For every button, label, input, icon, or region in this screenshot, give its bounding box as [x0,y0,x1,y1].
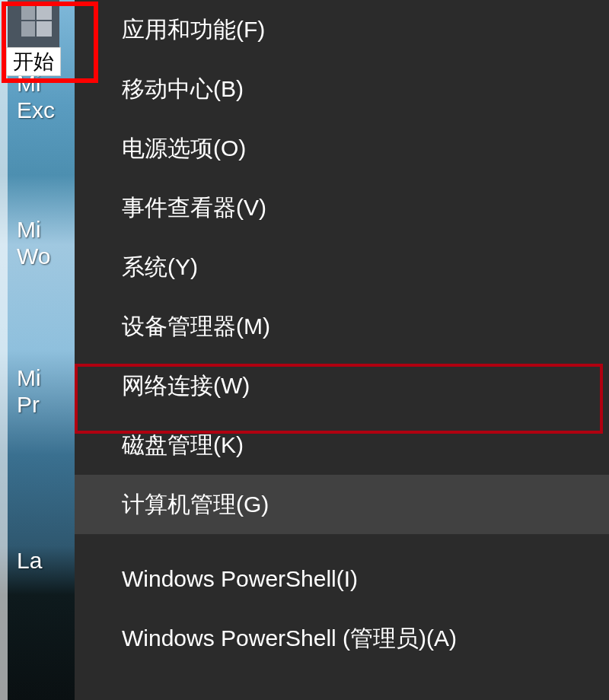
menu-item-label: 系统(Y) [122,252,198,283]
desktop-edge [0,0,8,700]
menu-item-label: 电源选项(O) [122,133,246,164]
winx-context-menu: 应用和功能(F) 移动中心(B) 电源选项(O) 事件查看器(V) 系统(Y) … [75,0,609,700]
menu-item-label: 计算机管理(G) [122,489,269,520]
menu-item-power-options[interactable]: 电源选项(O) [75,119,609,178]
annotation-highlight-start [2,2,98,83]
desktop-background: Mi Exc Mi Wo Mi Pr La [0,0,75,700]
menu-item-device-manager[interactable]: 设备管理器(M) [75,297,609,356]
menu-item-mobility-center[interactable]: 移动中心(B) [75,59,609,119]
menu-item-event-viewer[interactable]: 事件查看器(V) [75,178,609,237]
menu-item-disk-management[interactable]: 磁盘管理(K) [75,415,609,475]
menu-item-system[interactable]: 系统(Y) [75,237,609,297]
menu-item-label: 磁盘管理(K) [122,430,244,461]
menu-item-label: 网络连接(W) [122,371,250,402]
menu-item-label: Windows PowerShell(I) [122,566,358,592]
menu-separator [75,534,609,549]
menu-item-computer-management[interactable]: 计算机管理(G) [75,475,609,534]
desktop-icon-label-other: La [17,548,42,574]
desktop-icon-label-powerpoint: Mi Pr [17,365,41,418]
menu-item-label: 事件查看器(V) [122,192,266,224]
menu-item-label: Windows PowerShell (管理员)(A) [122,623,457,654]
menu-item-label: 应用和功能(F) [122,14,265,46]
menu-item-powershell-admin[interactable]: Windows PowerShell (管理员)(A) [75,609,609,668]
menu-item-label: 设备管理器(M) [122,311,270,342]
desktop-icon-label-word: Mi Wo [17,217,50,269]
menu-item-label: 移动中心(B) [122,74,244,105]
menu-item-apps-and-features[interactable]: 应用和功能(F) [75,0,609,59]
menu-item-powershell[interactable]: Windows PowerShell(I) [75,549,609,609]
menu-item-network-connections[interactable]: 网络连接(W) [75,356,609,415]
